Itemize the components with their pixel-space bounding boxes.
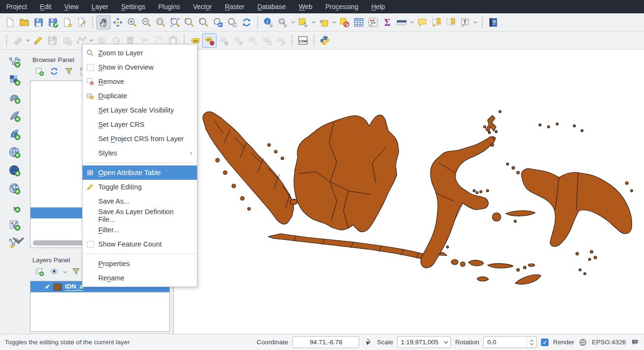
new-geopackage-layer-button[interactable]	[5, 217, 24, 234]
add-raster-layer-button[interactable]	[5, 72, 24, 89]
measure-button[interactable]	[395, 15, 409, 30]
move-label-button[interactable]: abc	[245, 33, 260, 48]
python-console-button[interactable]	[318, 33, 332, 48]
menu-item-zoom-to-layer[interactable]: Zoom to Layer	[83, 46, 197, 60]
rotate-label-button[interactable]: abc	[260, 33, 274, 48]
menu-item-open-attribute-table[interactable]: Open Attribute Table	[83, 165, 197, 180]
show-hide-labels-button[interactable]: abc	[231, 33, 245, 48]
map-tips-button[interactable]	[415, 15, 429, 30]
zoom-to-selection-button[interactable]	[182, 15, 197, 30]
map-canvas[interactable]	[173, 50, 644, 334]
deselect-all-button[interactable]	[337, 15, 352, 30]
messages-icon[interactable]	[630, 338, 639, 347]
rotation-spin-buttons[interactable]	[527, 337, 536, 348]
menu-item-toggle-editing[interactable]: Toggle Editing	[83, 180, 197, 194]
zoom-last-button[interactable]	[211, 15, 225, 30]
show-bookmarks-button[interactable]	[444, 15, 458, 30]
run-feature-action-button[interactable]	[276, 15, 290, 30]
new-shapefile-layer-dropdown[interactable]	[12, 235, 25, 249]
field-calculator-button[interactable]	[366, 15, 380, 30]
menu-item-save-as[interactable]: Save As...	[83, 194, 197, 208]
new-bookmark-button[interactable]	[429, 15, 444, 30]
crs-globe-icon[interactable]	[579, 338, 588, 347]
new-print-composer-button[interactable]	[60, 15, 74, 30]
add-selected-layers-button[interactable]	[33, 66, 46, 78]
menu-item-properties[interactable]: Properties	[83, 257, 197, 271]
toolbar-grip[interactable]	[290, 35, 294, 46]
add-postgis-layer-button[interactable]	[5, 91, 24, 107]
menu-edit[interactable]: Edit	[40, 3, 52, 10]
scale-combobox[interactable]: 1:19,971,005	[397, 336, 451, 348]
zoom-out-button[interactable]	[139, 15, 154, 30]
menu-vector[interactable]: Vector	[193, 3, 212, 10]
composer-manager-button[interactable]	[74, 15, 89, 30]
mouse-position-icon[interactable]	[364, 338, 373, 347]
zoom-to-layer-button[interactable]	[197, 15, 211, 30]
menu-processing[interactable]: Processing	[325, 3, 358, 10]
add-group-button[interactable]	[33, 266, 46, 278]
coordinate-input[interactable]: 94.71,-8.78	[292, 336, 359, 348]
menu-plugins[interactable]: Plugins	[158, 3, 180, 10]
menu-item-duplicate[interactable]: Duplicate	[83, 89, 197, 103]
filter-legend-button[interactable]	[70, 266, 83, 278]
menu-item-filter[interactable]: Filter...	[83, 223, 197, 237]
identify-features-button[interactable]: i	[261, 15, 276, 30]
add-wms-layer-button[interactable]	[5, 145, 24, 162]
menu-view[interactable]: View	[64, 3, 79, 10]
manage-layer-visibility-dropdown[interactable]	[62, 265, 68, 279]
text-annotation-dropdown[interactable]	[472, 15, 478, 30]
menu-web[interactable]: Web	[299, 3, 312, 10]
toolbar-grip[interactable]	[90, 17, 95, 28]
add-spatialite-layer-button[interactable]	[5, 109, 24, 125]
toggle-editing-button[interactable]	[31, 33, 45, 48]
menu-item-styles[interactable]: Styles›	[83, 146, 197, 160]
highlight-pinned-labels-button[interactable]: abc	[217, 33, 231, 48]
add-wcs-layer-button[interactable]	[5, 163, 24, 180]
menu-layer[interactable]: Layer	[92, 3, 108, 10]
current-edits-dropdown[interactable]	[25, 33, 31, 48]
menu-item-set-layer-scale-visibility[interactable]: Set Layer Scale Visibility	[83, 103, 197, 117]
menu-database[interactable]: Database	[257, 3, 286, 10]
menu-project[interactable]: Project	[6, 3, 27, 10]
menu-item-set-layer-crs[interactable]: Set Layer CRS	[83, 117, 197, 132]
toolbar-grip[interactable]	[255, 17, 260, 28]
layer-name[interactable]: IDN_a	[65, 283, 83, 291]
pan-map-button[interactable]	[96, 15, 111, 30]
menu-raster[interactable]: Raster	[225, 3, 244, 10]
menu-item-rename[interactable]: Rename	[83, 271, 197, 285]
change-label-button[interactable]: abc	[274, 33, 288, 48]
manage-layer-visibility-button[interactable]	[48, 266, 61, 278]
menu-settings[interactable]: Settings	[121, 3, 145, 10]
run-feature-action-dropdown[interactable]	[290, 15, 296, 30]
open-project-button[interactable]	[17, 15, 31, 30]
zoom-next-button[interactable]	[225, 15, 239, 30]
add-vector-layer-button[interactable]	[5, 54, 24, 71]
pan-to-selection-button[interactable]	[111, 15, 125, 30]
select-features-button[interactable]	[296, 15, 311, 30]
text-annotation-button[interactable]: T	[458, 15, 472, 30]
current-edits-button[interactable]	[10, 33, 25, 48]
render-checkbox[interactable]: ✓	[541, 339, 549, 346]
refresh-button[interactable]	[239, 15, 254, 30]
select-by-expression-dropdown[interactable]	[331, 15, 337, 30]
add-mssql-layer-button[interactable]	[5, 127, 24, 144]
add-wfs-layer-button[interactable]	[5, 181, 24, 198]
select-by-expression-button[interactable]: ε	[317, 15, 331, 30]
zoom-full-button[interactable]	[168, 15, 182, 30]
new-project-button[interactable]	[3, 15, 17, 30]
layers-list[interactable]: ✔ IDN_a	[30, 281, 170, 332]
layer-visibility-checkbox[interactable]: ✔	[45, 284, 50, 290]
save-project-as-button[interactable]	[46, 15, 60, 30]
menu-item-set-project-crs-from-layer[interactable]: Set Project CRS from Layer	[83, 132, 197, 146]
toolbar-grip[interactable]	[312, 35, 316, 46]
zoom-native-button[interactable]: 1:1	[154, 15, 168, 30]
open-attribute-table-button[interactable]	[352, 15, 366, 30]
toolbar-grip[interactable]	[4, 35, 9, 46]
statistical-summary-button[interactable]: Σ	[380, 15, 395, 30]
toolbar-grip[interactable]	[480, 17, 485, 28]
new-shapefile-layer-button[interactable]	[5, 236, 24, 252]
save-layer-edits-button[interactable]	[45, 33, 60, 48]
menu-item-save-as-layer-definition-file[interactable]: Save As Layer Definition File...	[83, 208, 197, 223]
menu-item-remove[interactable]: Remove	[83, 74, 197, 89]
measure-dropdown[interactable]	[409, 15, 415, 30]
